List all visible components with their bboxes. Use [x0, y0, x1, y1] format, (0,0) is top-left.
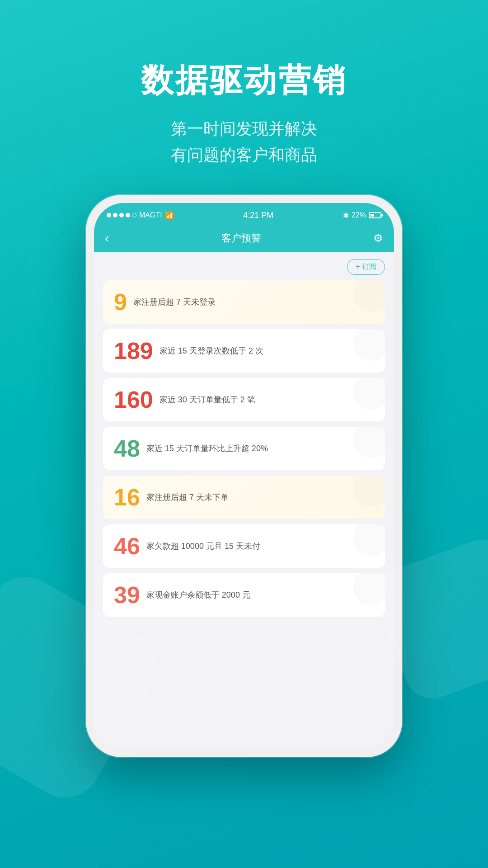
alert-text: 家现金账户余额低于 2000 元 — [146, 589, 250, 601]
header-section: 数据驱动营销 第一时间发现并解决 有问题的客户和商品 — [0, 0, 488, 195]
alert-text: 家注册后超 7 天未下单 — [146, 491, 229, 504]
alert-number: 48 — [114, 437, 140, 460]
signal-dot-4 — [126, 213, 130, 217]
back-button[interactable]: ‹ — [105, 231, 109, 245]
alert-number: 39 — [114, 583, 140, 607]
battery-percent: 22% — [352, 211, 366, 219]
nav-title: 客户预警 — [221, 231, 261, 245]
alert-number: 46 — [114, 534, 140, 558]
alert-card[interactable]: 39家现金账户余额低于 2000 元 — [103, 573, 385, 617]
card-decoration — [353, 427, 385, 458]
alert-card[interactable]: 48家近 15 天订单量环比上升超 20% — [103, 427, 385, 470]
alert-card[interactable]: 189家近 15 天登录次数低于 2 次 — [103, 329, 385, 373]
battery-icon — [369, 212, 381, 218]
alert-text: 家近 15 天登录次数低于 2 次 — [160, 345, 263, 357]
card-decoration — [353, 573, 385, 605]
settings-icon[interactable]: ⚙ — [373, 232, 383, 245]
alert-text: 家近 30 天订单量低于 2 笔 — [160, 394, 255, 406]
signal-dot-1 — [107, 213, 111, 217]
carrier-name: MAGTI — [139, 211, 162, 219]
alert-number: 9 — [114, 290, 127, 314]
card-decoration — [353, 329, 385, 361]
bluetooth-icon: ✱ — [343, 211, 349, 220]
alert-card[interactable]: 160家近 30 天订单量低于 2 笔 — [103, 378, 385, 421]
alert-text: 家注册后超 7 天未登录 — [133, 296, 216, 308]
status-right: ✱ 22% — [343, 211, 381, 220]
signal-dot-5 — [132, 213, 136, 217]
page-title: 数据驱动营销 — [0, 59, 488, 102]
subscribe-button[interactable]: + 订阅 — [347, 259, 385, 275]
battery-fill — [371, 214, 374, 217]
alert-cards-list: 9家注册后超 7 天未登录189家近 15 天登录次数低于 2 次160家近 3… — [103, 280, 385, 617]
signal-dots — [107, 213, 136, 217]
alert-text: 家欠款超 10000 元且 15 天未付 — [146, 540, 260, 552]
alert-card[interactable]: 9家注册后超 7 天未登录 — [103, 280, 385, 324]
card-decoration — [353, 378, 385, 410]
alert-number: 189 — [114, 339, 153, 363]
alert-card[interactable]: 16家注册后超 7 天未下单 — [103, 476, 385, 519]
card-decoration — [353, 476, 385, 507]
status-time: 4:21 PM — [243, 211, 273, 220]
alert-card[interactable]: 46家欠款超 10000 元且 15 天未付 — [103, 524, 385, 568]
signal-dot-3 — [119, 213, 124, 217]
signal-dot-2 — [113, 213, 117, 217]
nav-bar: ‹ 客户预警 ⚙ — [94, 226, 394, 252]
status-left: MAGTI 📶 — [107, 211, 174, 220]
status-bar: MAGTI 📶 4:21 PM ✱ 22% — [94, 203, 394, 226]
card-decoration — [353, 524, 385, 556]
card-decoration — [353, 280, 385, 312]
page-subtitle: 第一时间发现并解决 有问题的客户和商品 — [0, 116, 488, 168]
subscribe-row: + 订阅 — [103, 259, 385, 275]
alert-number: 16 — [114, 486, 140, 509]
wifi-icon: 📶 — [165, 211, 174, 220]
alert-number: 160 — [114, 388, 153, 411]
alert-text: 家近 15 天订单量环比上升超 20% — [146, 443, 268, 455]
